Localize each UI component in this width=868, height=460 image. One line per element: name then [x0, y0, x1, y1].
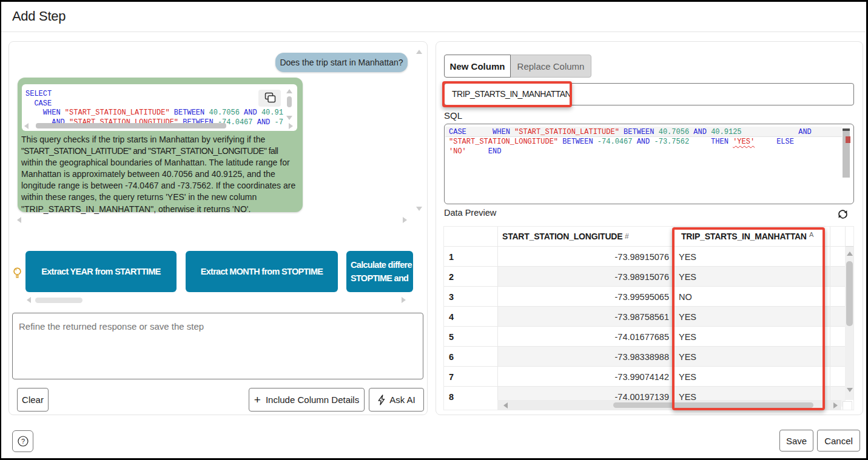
svg-text:?: ?: [21, 438, 24, 445]
